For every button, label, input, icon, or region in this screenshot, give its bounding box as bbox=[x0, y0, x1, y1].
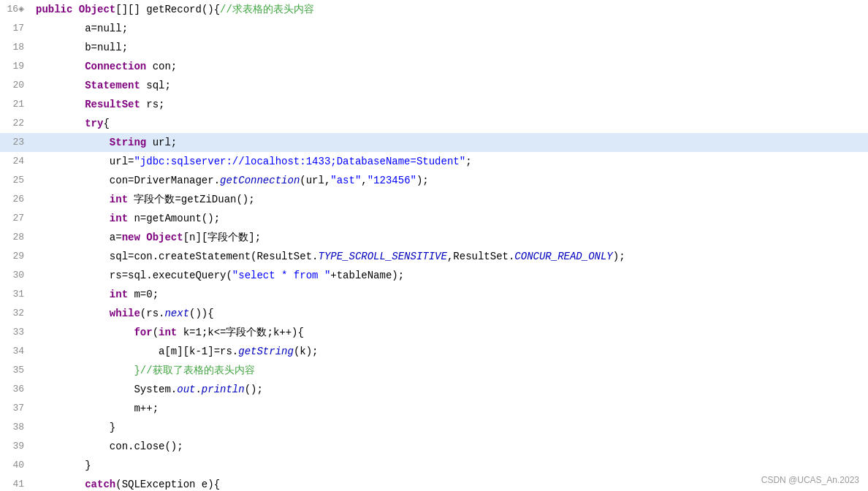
table-row: 27 int n=getAmount(); bbox=[0, 209, 868, 228]
line-number: 21 bbox=[0, 95, 33, 114]
table-row: 20 Statement sql; bbox=[0, 76, 868, 95]
table-row: 23 String url; bbox=[0, 133, 868, 152]
code-line: public Object[][] getRecord(){//求表格的表头内容 bbox=[33, 0, 868, 19]
code-line: a=null; bbox=[33, 19, 868, 38]
code-line: Connection con; bbox=[33, 57, 868, 76]
line-number: 35 bbox=[0, 361, 33, 380]
line-number: 27 bbox=[0, 209, 33, 228]
line-number: 25 bbox=[0, 171, 33, 190]
line-number: 20 bbox=[0, 76, 33, 95]
table-row: 18 b=null; bbox=[0, 38, 868, 57]
code-line: String url; bbox=[33, 133, 868, 152]
line-number: 24 bbox=[0, 152, 33, 171]
watermark-text: CSDN @UCAS_An.2023 bbox=[761, 475, 859, 485]
code-line: } bbox=[33, 418, 868, 437]
table-row: 26 int 字段个数=getZiDuan(); bbox=[0, 190, 868, 209]
line-number: 16◈ bbox=[0, 0, 33, 19]
code-line: ResultSet rs; bbox=[33, 95, 868, 114]
code-table: 16◈ public Object[][] getRecord(){//求表格的… bbox=[0, 0, 868, 491]
code-line: rs=sql.executeQuery("select * from "+tab… bbox=[33, 266, 868, 285]
code-line: catch(SQLException e){ bbox=[33, 475, 868, 491]
table-row: 38 } bbox=[0, 418, 868, 437]
table-row: 32 while(rs.next()){ bbox=[0, 304, 868, 323]
code-line: b=null; bbox=[33, 38, 868, 57]
line-number: 19 bbox=[0, 57, 33, 76]
table-row: 35 }//获取了表格的表头内容 bbox=[0, 361, 868, 380]
line-number: 28 bbox=[0, 228, 33, 247]
table-row: 36 System.out.println(); bbox=[0, 380, 868, 399]
table-row: 25 con=DriverManager.getConnection(url,"… bbox=[0, 171, 868, 190]
line-number: 31 bbox=[0, 285, 33, 304]
table-row: 31 int m=0; bbox=[0, 285, 868, 304]
line-number: 33 bbox=[0, 323, 33, 342]
code-line: }//获取了表格的表头内容 bbox=[33, 361, 868, 380]
table-row: 29 sql=con.createStatement(ResultSet.TYP… bbox=[0, 247, 868, 266]
code-line: con=DriverManager.getConnection(url,"ast… bbox=[33, 171, 868, 190]
table-row: 28 a=new Object[n][字段个数]; bbox=[0, 228, 868, 247]
table-row: 41 catch(SQLException e){ bbox=[0, 475, 868, 491]
table-row: 17 a=null; bbox=[0, 19, 868, 38]
code-editor: 16◈ public Object[][] getRecord(){//求表格的… bbox=[0, 0, 868, 491]
line-number: 37 bbox=[0, 399, 33, 418]
table-row: 30 rs=sql.executeQuery("select * from "+… bbox=[0, 266, 868, 285]
line-number: 32 bbox=[0, 304, 33, 323]
table-row: 34 a[m][k-1]=rs.getString(k); bbox=[0, 342, 868, 361]
code-line: m++; bbox=[33, 399, 868, 418]
table-row: 22 try{ bbox=[0, 114, 868, 133]
line-number: 17 bbox=[0, 19, 33, 38]
table-row: 37 m++; bbox=[0, 399, 868, 418]
code-line: for(int k=1;k<=字段个数;k++){ bbox=[33, 323, 868, 342]
code-line: int n=getAmount(); bbox=[33, 209, 868, 228]
code-line: int 字段个数=getZiDuan(); bbox=[33, 190, 868, 209]
code-line: a=new Object[n][字段个数]; bbox=[33, 228, 868, 247]
table-row: 24 url="jdbc:sqlserver://localhost:1433;… bbox=[0, 152, 868, 171]
code-line: try{ bbox=[33, 114, 868, 133]
line-number: 29 bbox=[0, 247, 33, 266]
line-number: 23 bbox=[0, 133, 33, 152]
code-line: url="jdbc:sqlserver://localhost:1433;Dat… bbox=[33, 152, 868, 171]
line-number: 26 bbox=[0, 190, 33, 209]
table-row: 39 con.close(); bbox=[0, 437, 868, 456]
table-row: 16◈ public Object[][] getRecord(){//求表格的… bbox=[0, 0, 868, 19]
code-line: while(rs.next()){ bbox=[33, 304, 868, 323]
line-number: 39 bbox=[0, 437, 33, 456]
line-number: 38 bbox=[0, 418, 33, 437]
code-line: a[m][k-1]=rs.getString(k); bbox=[33, 342, 868, 361]
table-row: 19 Connection con; bbox=[0, 57, 868, 76]
code-line: int m=0; bbox=[33, 285, 868, 304]
line-number: 34 bbox=[0, 342, 33, 361]
code-line: con.close(); bbox=[33, 437, 868, 456]
table-row: 33 for(int k=1;k<=字段个数;k++){ bbox=[0, 323, 868, 342]
code-line: } bbox=[33, 456, 868, 475]
line-number: 18 bbox=[0, 38, 33, 57]
line-number: 41 bbox=[0, 475, 33, 491]
code-line: sql=con.createStatement(ResultSet.TYPE_S… bbox=[33, 247, 868, 266]
line-number: 36 bbox=[0, 380, 33, 399]
line-number: 30 bbox=[0, 266, 33, 285]
code-line: System.out.println(); bbox=[33, 380, 868, 399]
table-row: 21 ResultSet rs; bbox=[0, 95, 868, 114]
line-number: 22 bbox=[0, 114, 33, 133]
line-number: 40 bbox=[0, 456, 33, 475]
code-line: Statement sql; bbox=[33, 76, 868, 95]
table-row: 40 } bbox=[0, 456, 868, 475]
